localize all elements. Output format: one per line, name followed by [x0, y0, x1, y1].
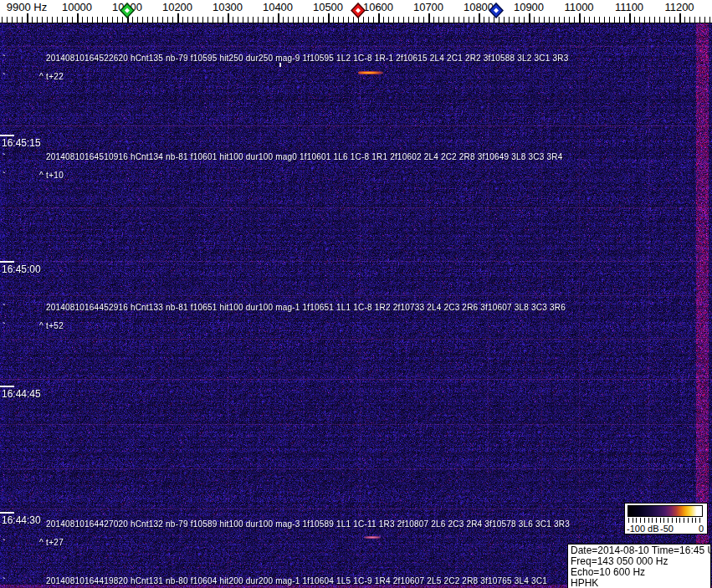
ruler-tick — [418, 17, 419, 23]
ruler-tick — [604, 17, 605, 23]
ruler-tick — [584, 17, 585, 23]
ruler-frequency-label: 11000 — [564, 1, 593, 13]
ruler-tick — [669, 17, 670, 23]
ruler-tick — [574, 17, 575, 23]
event-left-tick: ` — [3, 153, 6, 160]
time-label: 16:44:30 — [2, 514, 41, 526]
ruler-tick — [52, 17, 53, 23]
event-left-tick: ` — [3, 171, 6, 178]
event-left-tick: ` — [3, 54, 6, 61]
ruler-frequency-label: 11200 — [664, 1, 694, 13]
event-annotation-text: 20140810164522620 hCnt135 nb-79 f10595 h… — [46, 54, 568, 63]
ruler-tick — [172, 17, 173, 23]
ruler-tick — [187, 17, 188, 23]
ruler-tick — [398, 17, 399, 23]
db-label-min: -100 dB — [627, 524, 659, 534]
ruler-tick — [12, 17, 13, 23]
ruler-tick — [293, 17, 294, 23]
ruler-tick — [223, 17, 223, 23]
event-annotation-text: 20140810164427020 hCnt132 nb-79 f10589 h… — [46, 519, 570, 529]
ruler-tick — [624, 17, 625, 23]
ruler-tick — [383, 17, 384, 23]
ruler-tick — [288, 17, 289, 23]
ruler-tick — [328, 13, 330, 23]
time-tick-line — [0, 261, 14, 263]
event-time-offset: ^ t+52 — [39, 321, 64, 330]
db-scale-tick — [633, 518, 633, 523]
db-scale-tick — [676, 518, 677, 523]
ruler-tick — [167, 17, 168, 23]
ruler-frequency-label: 10300 — [213, 1, 243, 13]
db-gradient-bar — [627, 505, 703, 517]
ruler-tick — [448, 17, 449, 23]
ruler-tick — [142, 17, 143, 23]
ruler-tick — [263, 17, 264, 23]
marker-red-diamond-icon[interactable] — [351, 3, 366, 22]
ruler-tick — [318, 17, 319, 23]
ruler-tick — [644, 17, 645, 23]
db-scale-tick — [688, 518, 689, 523]
ruler-tick — [679, 13, 681, 23]
ruler-tick — [664, 17, 665, 23]
ruler-tick — [413, 17, 414, 23]
ruler-tick — [599, 17, 600, 23]
ruler-frequency-label: 10700 — [413, 1, 443, 13]
ruler-tick — [534, 17, 535, 23]
ruler-tick — [594, 17, 595, 23]
ruler-tick — [233, 17, 233, 23]
ruler-tick — [137, 17, 138, 23]
ruler-tick — [338, 17, 339, 23]
marker-blue-diamond-icon[interactable] — [489, 3, 504, 22]
ruler-tick — [408, 17, 409, 23]
ruler-tick — [112, 17, 113, 23]
ruler-tick — [634, 17, 635, 23]
db-scale-tick — [679, 518, 680, 523]
hit-marker-tick — [279, 63, 281, 67]
ruler-tick — [579, 13, 581, 23]
ruler-tick — [368, 17, 369, 23]
ruler-tick — [218, 17, 218, 23]
ruler-tick — [47, 17, 48, 23]
ruler-tick — [278, 13, 279, 23]
ruler-tick — [629, 13, 631, 23]
db-scale-tick — [640, 518, 641, 523]
ruler-tick — [303, 17, 304, 23]
db-scale-tick — [636, 518, 637, 523]
ruler-tick — [674, 17, 675, 23]
ruler-tick — [348, 17, 349, 23]
event-left-tick: ` — [3, 577, 6, 584]
ruler-tick — [704, 17, 705, 23]
marker-green-diamond-icon[interactable] — [120, 3, 135, 22]
ruler-tick — [7, 17, 8, 23]
db-scale-tick — [692, 518, 693, 523]
ruler-tick — [152, 17, 153, 23]
ruler-tick — [62, 17, 63, 23]
db-label-mid: -50 — [660, 524, 674, 534]
ruler-tick — [228, 13, 229, 23]
ruler-frequency-label: 10500 — [313, 1, 343, 13]
ruler-tick — [147, 17, 148, 23]
ruler-tick — [87, 17, 88, 23]
status-info-box: Date=2014-08-10 Time=16:45 UTC Freq=143 … — [567, 544, 711, 588]
ruler-tick — [42, 17, 43, 23]
ruler-tick — [529, 13, 530, 23]
db-scale-tick — [684, 518, 684, 523]
ruler-tick — [619, 17, 620, 23]
db-label-max: 0 — [699, 524, 704, 534]
db-scale-tick — [652, 518, 653, 523]
event-left-tick: ` — [3, 520, 6, 527]
ruler-tick — [32, 17, 33, 23]
ruler-frequency-label: 10900 — [514, 1, 544, 13]
ruler-tick — [192, 17, 193, 23]
ruler-tick — [659, 17, 660, 23]
ruler-tick — [438, 17, 439, 23]
ruler-tick — [554, 17, 555, 23]
ruler-tick — [639, 17, 640, 23]
frequency-ruler: 9900 Hz100001010010200103001040010500106… — [0, 0, 712, 23]
db-scale-tick — [628, 518, 629, 523]
ruler-frequency-label: 11100 — [615, 1, 643, 13]
ruler-frequency-label: 9900 Hz — [7, 1, 47, 13]
ruler-tick — [443, 17, 444, 23]
time-label: 16:45:00 — [2, 263, 41, 275]
db-scale-tick — [663, 518, 664, 523]
